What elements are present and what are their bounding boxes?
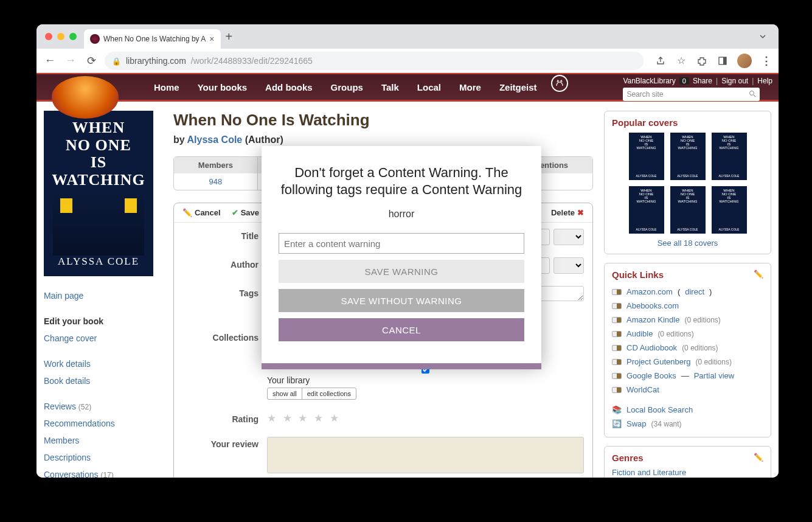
- cover-thumb[interactable]: WHENNO ONEISWATCHINGALYSSA COLE: [670, 133, 706, 180]
- swap-icon: 🔄: [612, 419, 622, 428]
- side-conversations[interactable]: Conversations (17): [44, 466, 162, 478]
- edit-genres-icon[interactable]: ✏️: [754, 453, 763, 462]
- content-warning-input[interactable]: [279, 233, 524, 254]
- ql-gutenberg[interactable]: Project Gutenberg: [626, 357, 691, 366]
- side-work-details[interactable]: Work details: [44, 355, 162, 372]
- ql-item: Google Books — Partial view: [612, 369, 763, 383]
- share-icon[interactable]: [654, 55, 667, 67]
- ql-cd-audiobook[interactable]: CD Audiobook: [626, 343, 677, 352]
- cover-thumb[interactable]: WHENNO ONEISWATCHINGALYSSA COLE: [712, 186, 747, 234]
- ql-amazon[interactable]: Amazon.com: [626, 287, 673, 296]
- ql-item: 📚Local Book Search: [612, 403, 763, 417]
- ql-audible[interactable]: Audible: [626, 329, 653, 338]
- close-tab-button[interactable]: ×: [209, 34, 214, 44]
- save-action[interactable]: ✔ Save: [232, 208, 259, 217]
- nav-zeitgeist[interactable]: Zeitgeist: [491, 75, 545, 100]
- browser-menu-button[interactable]: ⋮: [760, 55, 772, 67]
- ql-google-books[interactable]: Google Books: [626, 371, 676, 380]
- nav-talk[interactable]: Talk: [373, 75, 407, 100]
- side-reviews[interactable]: Reviews (52): [44, 398, 162, 415]
- side-members[interactable]: Members: [44, 432, 162, 449]
- side-book-details[interactable]: Book details: [44, 372, 162, 389]
- nav-your-books[interactable]: Your books: [190, 75, 255, 100]
- side-edit-book[interactable]: Edit your book: [44, 313, 162, 330]
- ql-item: 🔄Swap (34 want): [612, 417, 763, 431]
- delete-action[interactable]: Delete ✖: [551, 208, 584, 217]
- ql-amazon-direct[interactable]: direct: [685, 287, 704, 296]
- main-nav: Home Your books Add books Groups Talk Lo…: [146, 75, 568, 100]
- side-main-page[interactable]: Main page: [44, 287, 162, 304]
- site-search-placeholder: Search site: [626, 90, 663, 99]
- cancel-button[interactable]: CANCEL: [279, 318, 524, 341]
- rating-stars[interactable]: ★ ★ ★ ★ ★: [267, 412, 584, 425]
- book-search-icon: 📚: [612, 405, 622, 414]
- side-recommendations[interactable]: Recommendations: [44, 415, 162, 432]
- edit-collections-button[interactable]: edit collections: [302, 388, 356, 399]
- search-icon[interactable]: [749, 90, 756, 99]
- lock-icon: [112, 56, 121, 66]
- ql-item: Audible (0 editions): [612, 327, 763, 341]
- svg-point-2: [750, 91, 754, 95]
- nav-add-books[interactable]: Add books: [257, 75, 321, 100]
- page-title: When No One Is Watching: [173, 111, 593, 130]
- book-cover[interactable]: WHEN NO ONE IS WATCHING ALYSSA COLE: [44, 111, 153, 276]
- cover-thumb[interactable]: WHENNO ONEISWATCHINGALYSSA COLE: [629, 133, 664, 180]
- cover-author: ALYSSA COLE: [58, 256, 139, 268]
- tab-favicon-icon: [90, 34, 100, 44]
- ql-worldcat[interactable]: WorldCat: [626, 385, 659, 394]
- tabs-menu-button[interactable]: [755, 29, 770, 44]
- genre-fiction-link[interactable]: Fiction and Literature: [612, 468, 686, 477]
- close-window-button[interactable]: [45, 33, 52, 40]
- cover-thumb[interactable]: WHENNO ONEISWATCHINGALYSSA COLE: [670, 186, 706, 234]
- side-panel-icon[interactable]: [717, 55, 729, 67]
- help-link[interactable]: Help: [752, 77, 772, 85]
- cover-thumb[interactable]: WHENNO ONEISWATCHINGALYSSA COLE: [712, 133, 747, 180]
- quick-links-box: ✏️ Quick Links Amazon.com (direct) Abebo…: [604, 263, 771, 437]
- author-link[interactable]: Alyssa Cole: [187, 134, 243, 145]
- author-role-select[interactable]: [553, 257, 584, 274]
- reload-button[interactable]: ⟳: [84, 54, 99, 68]
- ql-kindle[interactable]: Amazon Kindle: [626, 315, 679, 324]
- url-host: librarything.com: [126, 56, 186, 66]
- edit-quicklinks-icon[interactable]: ✏️: [754, 270, 763, 279]
- tags-label: Tags: [182, 286, 259, 298]
- nav-home[interactable]: Home: [146, 75, 187, 100]
- save-warning-button[interactable]: SAVE WARNING: [279, 260, 524, 283]
- stats-members-value[interactable]: 948: [174, 173, 257, 190]
- ql-local-search[interactable]: Local Book Search: [626, 405, 693, 414]
- see-all-covers-link[interactable]: See all 18 covers: [612, 238, 763, 248]
- ql-swap[interactable]: Swap: [626, 419, 647, 428]
- new-tab-button[interactable]: +: [226, 30, 233, 44]
- back-button[interactable]: ←: [43, 54, 57, 67]
- nav-local[interactable]: Local: [409, 75, 449, 100]
- site-search[interactable]: Search site: [623, 88, 772, 101]
- messages-badge[interactable]: 0: [679, 77, 689, 85]
- cancel-action[interactable]: ✏️ Cancel: [182, 208, 221, 217]
- save-without-warning-button[interactable]: SAVE WITHOUT WARNING: [279, 289, 524, 312]
- nav-groups[interactable]: Groups: [323, 75, 371, 100]
- bookmark-star-icon[interactable]: [675, 55, 687, 67]
- user-link[interactable]: VanBlackLibrary: [623, 77, 675, 85]
- cover-thumb[interactable]: WHENNO ONEISWATCHINGALYSSA COLE: [629, 186, 664, 234]
- minimize-window-button[interactable]: [57, 33, 64, 40]
- profile-avatar[interactable]: [737, 54, 752, 68]
- share-link[interactable]: Share: [693, 77, 712, 85]
- browser-tab[interactable]: When No One Is Watching by A ×: [84, 29, 221, 49]
- ql-badge-icon: [612, 345, 622, 351]
- side-descriptions[interactable]: Descriptions: [44, 449, 162, 466]
- forward-button[interactable]: →: [63, 54, 78, 67]
- nav-more[interactable]: More: [451, 75, 489, 100]
- title-select[interactable]: [553, 229, 584, 245]
- url-input[interactable]: librarything.com/work/24488933/edit/2292…: [105, 52, 644, 70]
- site-logo[interactable]: [52, 76, 119, 119]
- ql-item: Amazon.com (direct): [612, 285, 763, 299]
- review-textarea[interactable]: [267, 437, 584, 473]
- side-change-cover[interactable]: Change cover: [44, 330, 162, 347]
- ql-partial-view[interactable]: Partial view: [694, 371, 734, 380]
- signout-link[interactable]: Sign out: [716, 77, 748, 85]
- nav-cat-icon[interactable]: [551, 75, 568, 92]
- ql-abebooks[interactable]: Abebooks.com: [626, 301, 679, 310]
- show-all-button[interactable]: show all: [268, 388, 302, 399]
- maximize-window-button[interactable]: [69, 33, 77, 40]
- extensions-icon[interactable]: [696, 55, 708, 67]
